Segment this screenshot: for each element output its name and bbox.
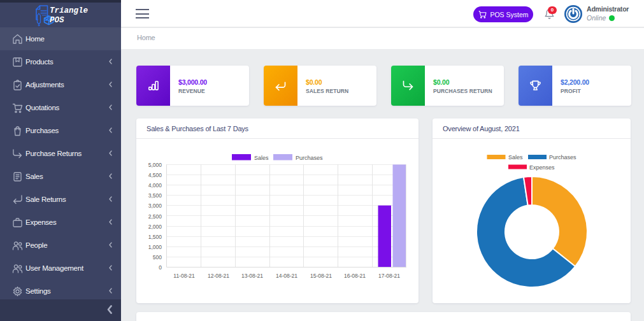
svg-text:4,000: 4,000 [148,182,162,188]
svg-text:2,000: 2,000 [148,223,162,229]
svg-text:Sales: Sales [508,154,523,160]
svg-text:5,000: 5,000 [148,161,162,168]
svg-text:16-08-21: 16-08-21 [344,273,366,279]
svg-text:3,500: 3,500 [148,192,162,198]
svg-text:12-08-21: 12-08-21 [208,273,229,279]
svg-text:1,000: 1,000 [148,243,162,250]
svg-text:500: 500 [153,253,162,260]
svg-text:Expenses: Expenses [529,164,555,170]
svg-text:3,000: 3,000 [148,202,162,208]
svg-text:17-08-21: 17-08-21 [378,273,400,279]
svg-text:15-08-21: 15-08-21 [310,273,332,279]
svg-text:13-08-21: 13-08-21 [241,273,263,279]
svg-text:4,500: 4,500 [148,171,162,178]
svg-text:14-08-21: 14-08-21 [276,273,297,279]
svg-text:2,500: 2,500 [148,213,162,219]
svg-text:11-08-21: 11-08-21 [173,273,195,279]
svg-text:1,500: 1,500 [148,233,162,239]
svg-text:Sales: Sales [254,154,269,160]
svg-text:0: 0 [159,264,162,270]
svg-text:Purchases: Purchases [296,154,323,160]
svg-text:Purchases: Purchases [549,154,576,160]
